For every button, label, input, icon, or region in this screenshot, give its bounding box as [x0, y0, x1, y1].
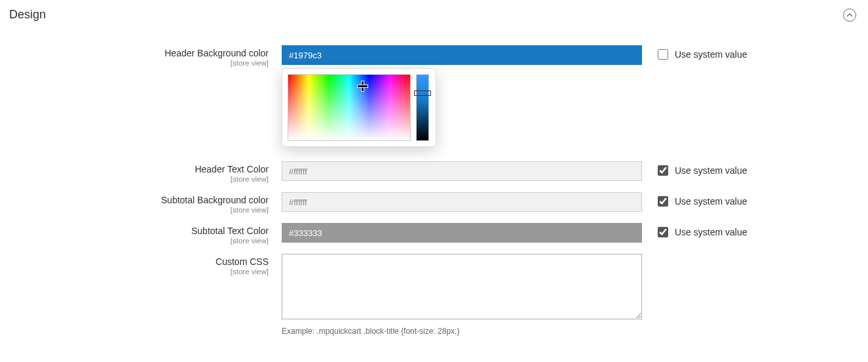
color-picker-lightness-strip[interactable] — [416, 74, 429, 141]
color-picker-popover — [282, 68, 436, 147]
input-header-text-color — [282, 161, 642, 181]
checkbox-use-system-header-bg[interactable] — [658, 49, 668, 60]
use-system-label: Use system value — [675, 49, 747, 60]
row-subtotal-bg: Subtotal Background color [store view] U… — [0, 192, 868, 214]
row-custom-css: Custom CSS [store view] Example: .mpquic… — [0, 254, 868, 336]
color-picker-slider-handle[interactable] — [414, 90, 431, 96]
section-title: Design — [9, 8, 46, 22]
textarea-custom-css[interactable] — [282, 254, 642, 319]
row-header-bg: Header Background color [store view] Use… — [0, 45, 868, 67]
input-header-bg-color[interactable] — [282, 45, 642, 65]
collapse-toggle-icon[interactable] — [843, 9, 856, 22]
label-custom-css: Custom CSS — [0, 256, 269, 267]
checkbox-use-system-header-text[interactable] — [658, 165, 668, 176]
label-header-text: Header Text Color — [0, 164, 269, 174]
input-subtotal-text-color — [282, 223, 642, 243]
use-system-label: Use system value — [675, 196, 747, 207]
scope-label: [store view] — [0, 268, 269, 275]
checkbox-use-system-subtotal-text[interactable] — [658, 227, 668, 237]
use-system-label: Use system value — [675, 165, 747, 176]
scope-label: [store view] — [0, 237, 269, 245]
helper-custom-css: Example: .mpquickcart .block-title {font… — [282, 327, 642, 336]
scope-label: [store view] — [0, 59, 269, 67]
scope-label: [store view] — [0, 206, 269, 214]
label-subtotal-bg: Subtotal Background color — [0, 195, 269, 205]
label-header-bg: Header Background color — [0, 48, 269, 58]
input-subtotal-bg-color — [282, 192, 642, 212]
row-subtotal-text: Subtotal Text Color [store view] Use sys… — [0, 223, 868, 245]
label-subtotal-text: Subtotal Text Color — [0, 226, 269, 236]
color-picker-crosshair-icon — [358, 81, 368, 91]
design-form: Header Background color [store view] Use… — [0, 30, 868, 358]
scope-label: [store view] — [0, 175, 269, 183]
use-system-label: Use system value — [675, 227, 747, 237]
row-header-text: Header Text Color [store view] Use syste… — [0, 161, 868, 183]
color-picker-hue-sat-area[interactable] — [288, 74, 411, 141]
checkbox-use-system-subtotal-bg[interactable] — [658, 196, 668, 207]
